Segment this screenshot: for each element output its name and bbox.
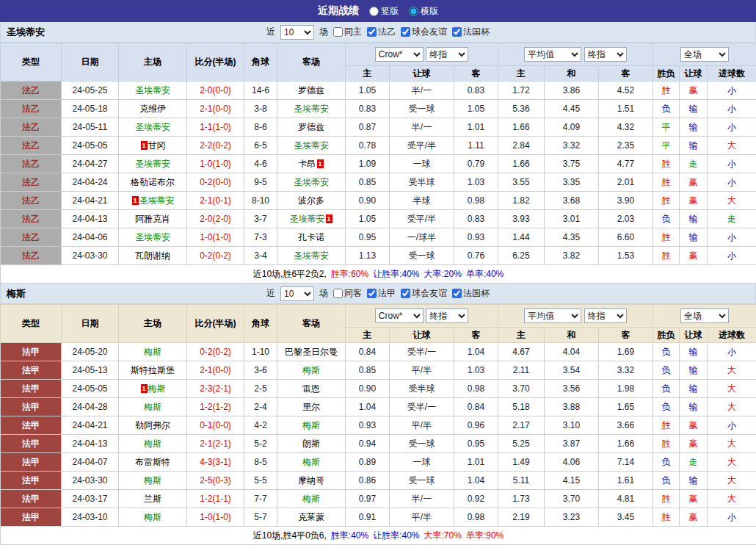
team-link[interactable]: 布雷斯特 — [135, 457, 170, 467]
score-cell: 0-2(0-0) — [187, 173, 244, 192]
avg-home-cell: 5.25 — [498, 435, 545, 453]
team-link[interactable]: 梅斯 — [302, 365, 320, 375]
filter-french-cup[interactable]: 法国杯 — [452, 26, 490, 38]
odds-stage-select[interactable]: 终指 — [426, 308, 468, 323]
team-link[interactable]: 圣埃蒂安 — [135, 85, 170, 95]
avg-select[interactable]: 平均值 — [524, 47, 581, 62]
avg-select[interactable]: 平均值 — [524, 308, 581, 323]
match-count-select[interactable]: 10 — [280, 286, 314, 301]
same-home-checkbox[interactable] — [333, 27, 343, 37]
layout-horizontal-option[interactable]: 横版 — [409, 5, 438, 18]
sub-col-avg-away: 客 — [599, 66, 653, 82]
club-friendly-checkbox[interactable] — [401, 289, 410, 298]
team-link[interactable]: 圣埃蒂安 — [294, 140, 329, 151]
handicap-result-cell: 赢 — [680, 508, 708, 527]
summary-segment: 大率:70% — [424, 530, 462, 541]
team-link[interactable]: 巴黎圣日尔曼 — [285, 347, 338, 357]
team-link[interactable]: 克维伊 — [139, 104, 166, 114]
bookmaker-select[interactable]: Crow* — [375, 47, 424, 62]
horizontal-layout-radio[interactable] — [409, 7, 418, 16]
team-link[interactable]: 梅斯 — [144, 475, 161, 486]
team-link[interactable]: 梅斯 — [148, 383, 166, 394]
team-link[interactable]: 兰斯 — [144, 494, 161, 504]
scope-select[interactable]: 全场 — [680, 47, 729, 62]
team-link[interactable]: 孔卡诺 — [298, 232, 324, 242]
team-link[interactable]: 卡昂 — [299, 159, 316, 169]
away-team-cell: 罗德兹 — [277, 82, 346, 100]
league-checkbox[interactable] — [367, 27, 377, 37]
team-link[interactable]: 圣埃蒂安 — [294, 177, 329, 187]
team-link[interactable]: 罗德兹 — [298, 122, 324, 132]
club-friendly-checkbox[interactable] — [401, 27, 410, 37]
away-odds-cell: 1.01 — [454, 453, 498, 472]
team-link[interactable]: 斯特拉斯堡 — [131, 365, 175, 375]
odds-stage-select[interactable]: 终指 — [426, 47, 468, 62]
team-link[interactable]: 摩纳哥 — [298, 475, 324, 486]
team-link[interactable]: 克莱蒙 — [298, 512, 324, 522]
odds-group-header: Crow* 终指 — [346, 43, 498, 66]
bookmaker-select[interactable]: Crow* — [375, 308, 424, 323]
away-team-cell: 克莱蒙 — [277, 508, 346, 527]
team-link[interactable]: 圣埃蒂安 — [135, 159, 170, 169]
french-cup-checkbox[interactable] — [452, 289, 462, 298]
match-count-select[interactable]: 10 — [280, 25, 314, 40]
handicap-cell: 一/球半 — [390, 228, 454, 247]
team-link[interactable]: 圣埃蒂安 — [294, 250, 329, 261]
team-link[interactable]: 波尔多 — [298, 195, 324, 206]
team-name: 梅斯 — [7, 287, 26, 300]
team-link[interactable]: 罗德兹 — [298, 85, 324, 95]
handicap-result-cell: 赢 — [680, 490, 708, 508]
team-link[interactable]: 圣埃蒂安 — [290, 214, 325, 224]
team-link[interactable]: 梅斯 — [144, 512, 161, 522]
team-link[interactable]: 雷恩 — [302, 383, 320, 394]
team-link[interactable]: 梅斯 — [144, 402, 161, 412]
team-link[interactable]: 朗斯 — [302, 438, 320, 449]
team-link[interactable]: 瓦朗谢纳 — [135, 250, 170, 261]
filter-club-friendly[interactable]: 球会友谊 — [401, 287, 447, 300]
filter-league[interactable]: 法甲 — [367, 287, 396, 300]
away-odds-cell: 1.03 — [454, 361, 498, 380]
filter-club-friendly[interactable]: 球会友谊 — [401, 26, 447, 38]
avg-away-cell: 1.61 — [599, 472, 653, 490]
team-link[interactable]: 阿雅克肖 — [135, 214, 170, 224]
team-link[interactable]: 里尔 — [302, 402, 320, 412]
filter-same-home[interactable]: 同主 — [333, 26, 362, 38]
team-link[interactable]: 圣埃蒂安 — [135, 232, 170, 242]
french-cup-checkbox[interactable] — [452, 27, 462, 37]
score-cell: 1-0(1-0) — [187, 155, 244, 173]
filter-same-away[interactable]: 同客 — [333, 287, 362, 300]
scope-select[interactable]: 全场 — [680, 308, 729, 323]
league-cell: 法甲 — [1, 490, 62, 508]
score-cell: 1-1(1-0) — [187, 118, 244, 137]
handicap-cell: 半/一 — [390, 490, 454, 508]
goals-result-cell: 大 — [708, 398, 756, 416]
corner-cell: 5-2 — [244, 435, 277, 453]
team-link[interactable]: 格勒诺布尔 — [131, 177, 175, 187]
filter-french-cup[interactable]: 法国杯 — [452, 287, 490, 300]
team-link[interactable]: 圣埃蒂安 — [135, 122, 170, 132]
vertical-layout-radio[interactable] — [369, 7, 379, 16]
team-link[interactable]: 梅斯 — [302, 457, 320, 467]
away-team-cell: 圣埃蒂安 — [277, 100, 346, 118]
filter-league[interactable]: 法乙 — [367, 26, 396, 38]
team-link[interactable]: 甘冈 — [148, 140, 166, 151]
team-link[interactable]: 梅斯 — [144, 438, 161, 449]
team-link[interactable]: 圣埃蒂安 — [139, 195, 175, 206]
home-odds-cell: 0.78 — [346, 137, 390, 155]
result-cell: 胜 — [653, 192, 680, 210]
horizontal-layout-label: 横版 — [421, 5, 438, 18]
home-team-cell: 圣埃蒂安 — [119, 228, 187, 247]
team-link[interactable]: 梅斯 — [302, 420, 320, 430]
handicap-cell: 平/半 — [390, 416, 454, 435]
team-link[interactable]: 勒阿弗尔 — [135, 420, 170, 430]
team-link[interactable]: 圣埃蒂安 — [294, 104, 329, 114]
avg-stage-select[interactable]: 终指 — [584, 308, 627, 323]
team-link[interactable]: 梅斯 — [144, 347, 161, 357]
avg-stage-select[interactable]: 终指 — [584, 47, 627, 62]
near-label: 近 — [266, 26, 275, 38]
league-checkbox[interactable] — [367, 289, 377, 298]
near-label: 近 — [266, 287, 275, 300]
team-link[interactable]: 梅斯 — [302, 494, 320, 504]
layout-vertical-option[interactable]: 竖版 — [369, 5, 399, 18]
same-away-checkbox[interactable] — [333, 289, 343, 298]
